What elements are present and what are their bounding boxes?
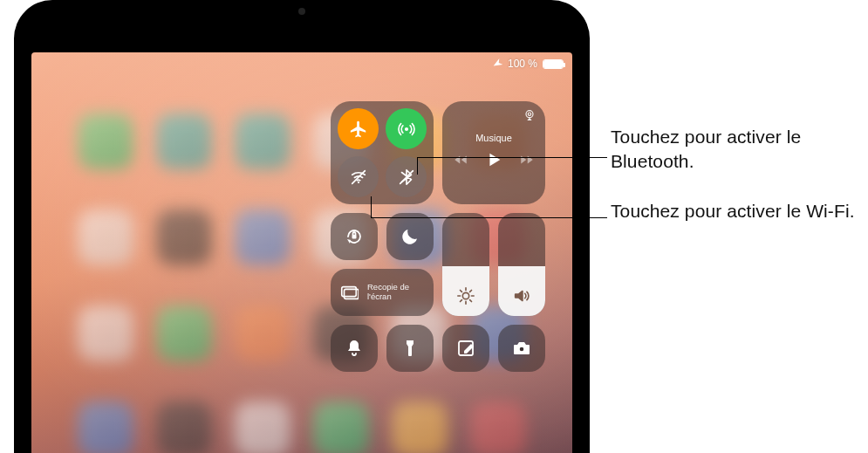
- control-center: Musique: [331, 101, 542, 372]
- previous-icon: [453, 152, 468, 168]
- play-icon: [484, 150, 503, 169]
- svg-point-7: [462, 292, 468, 299]
- callout-bluetooth: Touchez pour activer le Bluetooth.: [611, 125, 868, 175]
- brightness-icon: [456, 286, 475, 305]
- note-icon: [455, 338, 476, 359]
- svg-point-5: [528, 113, 530, 115]
- rotation-lock-toggle[interactable]: [331, 213, 378, 260]
- front-camera: [298, 8, 305, 15]
- wifi-toggle[interactable]: [338, 156, 379, 197]
- next-icon: [519, 152, 535, 168]
- home-row: [31, 402, 572, 453]
- connectivity-module: [331, 101, 434, 204]
- callout-leader: [371, 196, 372, 217]
- bluetooth-toggle[interactable]: [386, 156, 427, 197]
- play-button[interactable]: [484, 150, 503, 173]
- media-module[interactable]: Musique: [442, 101, 545, 204]
- airdrop-icon: [397, 120, 416, 139]
- do-not-disturb-toggle[interactable]: [386, 213, 434, 260]
- svg-point-0: [404, 127, 407, 130]
- callout-wifi: Touchez pour activer le Wi-Fi.: [611, 199, 855, 223]
- battery-icon: [543, 59, 564, 69]
- airdrop-toggle[interactable]: [386, 108, 427, 149]
- screen-mirroring-icon: [339, 283, 359, 302]
- battery-fill: [543, 60, 563, 68]
- svg-point-1: [357, 181, 359, 182]
- moon-icon: [400, 226, 420, 247]
- previous-track-button[interactable]: [453, 152, 468, 171]
- camera-button[interactable]: [498, 325, 545, 372]
- volume-slider[interactable]: [498, 213, 545, 316]
- bluetooth-off-icon: [397, 168, 416, 187]
- ipad-screen: 100 %: [31, 52, 572, 453]
- svg-point-12: [519, 347, 524, 352]
- rotation-lock-icon: [344, 226, 365, 247]
- volume-icon: [512, 286, 531, 305]
- next-track-button[interactable]: [519, 152, 535, 171]
- quick-note-button[interactable]: [442, 325, 489, 372]
- flashlight-button[interactable]: [386, 325, 434, 372]
- wifi-off-icon: [349, 168, 368, 187]
- callout-leader: [417, 157, 607, 158]
- airplane-icon: [492, 58, 502, 69]
- camera-icon: [511, 338, 532, 359]
- screen-mirroring-button[interactable]: Recopie de l'écran: [331, 269, 434, 316]
- airplay-icon[interactable]: [523, 108, 537, 122]
- status-bar: 100 %: [492, 58, 564, 70]
- airplane-icon: [349, 120, 368, 139]
- ipad-frame: 100 %: [14, 0, 590, 453]
- screen-mirroring-label: Recopie de l'écran: [367, 283, 425, 302]
- callout-leader: [417, 157, 418, 175]
- battery-percentage: 100 %: [508, 58, 537, 70]
- media-transport: [453, 150, 535, 173]
- silent-mode-toggle[interactable]: [331, 325, 378, 372]
- bell-icon: [344, 338, 365, 359]
- brightness-slider[interactable]: [442, 213, 489, 316]
- callout-leader: [371, 217, 607, 218]
- svg-point-10: [409, 348, 411, 350]
- flashlight-icon: [400, 338, 420, 359]
- media-title: Musique: [475, 133, 512, 143]
- airplane-mode-toggle[interactable]: [338, 108, 379, 149]
- svg-point-4: [526, 111, 533, 118]
